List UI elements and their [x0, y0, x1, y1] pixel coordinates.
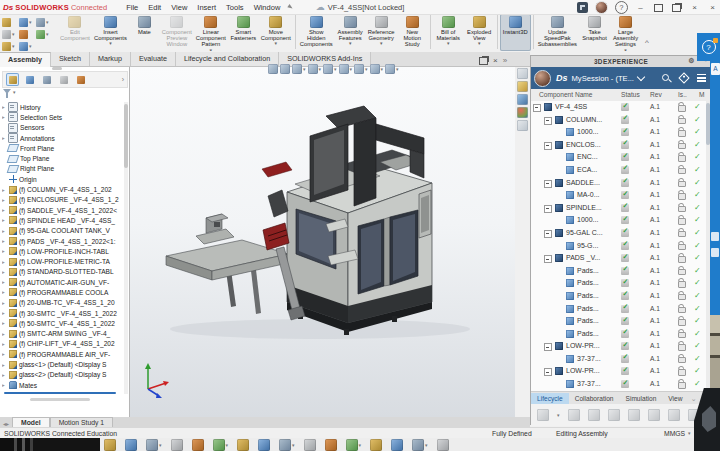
ribbon-exploded-view-button[interactable]: Exploded View▾ [464, 14, 495, 51]
component-row-pads[interactable]: Pads...A.1✓ [531, 265, 707, 278]
pattern-button[interactable] [325, 439, 337, 451]
move-component-button[interactable]: ▾ [279, 439, 295, 451]
panel-header[interactable]: 3DEXPERIENCE ⚙ [531, 56, 711, 67]
tree-item-front-plane[interactable]: Front Plane [2, 143, 122, 153]
settings-gear-icon[interactable]: ⚙ [688, 57, 695, 65]
window-button[interactable]: ▾ [2, 42, 19, 51]
zoom-fit-button[interactable] [268, 64, 278, 74]
solidworks-resources-icon[interactable] [517, 120, 528, 131]
close-secondary-icon[interactable]: × [707, 2, 718, 13]
ribbon-insert-components-button[interactable]: Insert Components▾ [92, 14, 129, 51]
tabs-overflow-icon[interactable]: › [122, 76, 124, 83]
feature-tree-scrollbar[interactable] [124, 102, 128, 394]
tab-evaluate[interactable]: Evaluate [131, 52, 176, 66]
assembly-features-button[interactable] [304, 439, 316, 451]
search-icon[interactable] [662, 74, 671, 83]
status-light-button[interactable] [19, 30, 36, 39]
tree-item-glass-1-default-display-[interactable]: ▸glass<1> (Default) <Display S [2, 359, 122, 369]
close-icon[interactable]: × [689, 2, 700, 13]
tree-item-annotations[interactable]: ▸Annotations [2, 133, 122, 143]
ribbon-bill-of-materials-button[interactable]: Bill of Materials▾ [433, 14, 464, 51]
display-grid-button[interactable] [437, 439, 449, 451]
view-orientation-button[interactable]: ▾ [323, 64, 337, 74]
menu-file[interactable]: File [121, 3, 143, 12]
tree-item-f-saddle-vf-4-4ss-1-2022[interactable]: ▸(f) SADDLE_VF-4_4SS_1_2022< [2, 205, 122, 215]
tree-item-sensors[interactable]: Sensors [2, 123, 122, 133]
tree-item-origin[interactable]: Origin [2, 174, 122, 184]
component-row-enclos[interactable]: ENCLOS...A.1✓ [531, 139, 707, 152]
tag-icon[interactable] [678, 72, 689, 83]
explore-icon[interactable] [588, 409, 600, 421]
custom-properties-icon[interactable] [517, 107, 528, 118]
tree-item-f-automatic-air-gun-vf[interactable]: ▸(f) AUTOMATIC-AIR-GUN_VF- [2, 277, 122, 287]
component-row-ma-0[interactable]: MA-0...A.1✓ [531, 189, 707, 202]
ribbon-update-speedpak-subassemblies-button[interactable]: Update SpeedPak Subassemblies [536, 14, 579, 51]
menu-view[interactable]: View [166, 3, 192, 12]
file-explorer-icon[interactable] [517, 68, 528, 79]
ribbon-collapse-icon[interactable]: ^ [645, 38, 649, 47]
component-row-pads[interactable]: Pads...A.1✓ [531, 303, 707, 316]
assistant-badge[interactable]: A [711, 63, 720, 75]
collapse-expander-icon[interactable] [544, 205, 552, 213]
column-header-is[interactable]: Is.. [678, 91, 687, 98]
panel-tab-view[interactable]: View [662, 393, 688, 404]
component-row-pads[interactable]: Pads...A.1✓ [531, 290, 707, 303]
component-row-95-gal-c[interactable]: 95-GAL C...A.1✓ [531, 227, 707, 240]
menu-insert[interactable]: Insert [192, 3, 221, 12]
menu-icon[interactable] [697, 74, 706, 82]
copy-button[interactable] [125, 439, 137, 451]
units-caret-icon[interactable]: ▾ [688, 430, 691, 436]
undo-button[interactable]: ▾ [36, 18, 53, 27]
tree-item-mates[interactable]: ▸Mates [2, 380, 122, 390]
component-row-eca[interactable]: ECA...A.1✓ [531, 164, 707, 177]
appearance-button[interactable] [391, 439, 403, 451]
configuration-manager-tab[interactable] [58, 74, 69, 85]
collapse-expander-icon[interactable] [533, 104, 541, 112]
lifecycle-new-icon[interactable] [537, 409, 549, 421]
task-list-icon[interactable] [628, 409, 640, 421]
section-view-button[interactable]: ▾ [308, 64, 322, 74]
ribbon-assembly-features-button[interactable]: Assembly Features▾ [335, 14, 366, 51]
tree-item-f-programmable-coola[interactable]: ▸(f) PROGRAMMABLE COOLA [2, 287, 122, 297]
component-row-saddle[interactable]: SADDLE...A.1✓ [531, 177, 707, 190]
component-row-37-37[interactable]: 37-37...A.1✓ [531, 378, 707, 391]
previous-view-button[interactable]: ▾ [292, 64, 306, 74]
cnc-machine-model[interactable] [130, 66, 515, 417]
panel-tab-collaboration[interactable]: Collaboration [569, 393, 620, 404]
menu-tools[interactable]: Tools [221, 3, 249, 12]
ribbon-smart-fasteners-button[interactable]: Smart Fasteners [228, 14, 259, 51]
status-units[interactable]: MMGS [664, 430, 685, 437]
tab-assembly[interactable]: Assembly [0, 52, 51, 67]
column-header-status[interactable]: Status [621, 91, 640, 98]
design-library-icon[interactable] [517, 81, 528, 92]
component-row-low-pr[interactable]: LOW-PR...A.1✓ [531, 340, 707, 353]
component-row-1000[interactable]: 1000...A.1✓ [531, 214, 707, 227]
appearances-icon[interactable] [517, 94, 528, 105]
component-row-pads-v[interactable]: PADS _V...A.1✓ [531, 252, 707, 265]
rollback-bar[interactable] [4, 392, 116, 394]
tree-item-f-programmable-air-vf[interactable]: ▸(f) PROGRAMMABLE AIR_VF- [2, 349, 122, 359]
edit-appearance-button[interactable]: ▾ [370, 64, 384, 74]
user-avatar[interactable] [534, 70, 551, 87]
collapse-expander-icon[interactable] [544, 343, 552, 351]
tree-item-f-low-profile-inch-tabl[interactable]: ▸(f) LOW-PROFILE-INCH-TABL [2, 246, 122, 256]
tree-item-top-plane[interactable]: Top Plane [2, 153, 122, 163]
panel-splitter-handle[interactable] [30, 398, 90, 401]
doc-tab-model[interactable]: Model [12, 417, 50, 427]
collapse-expander-icon[interactable] [544, 142, 552, 150]
component-row-spindle[interactable]: SPINDLE...A.1✓ [531, 202, 707, 215]
component-row-vf-4-4ss[interactable]: VF-4_4SSA.1✓ [531, 101, 707, 114]
column-header-component-name[interactable]: Component Name [539, 91, 593, 98]
ribbon-mate-button[interactable]: Mate [129, 14, 160, 51]
session-selector[interactable]: MySession - (TE... [572, 74, 634, 83]
collapse-expander-icon[interactable] [544, 368, 552, 376]
tab-markup[interactable]: Markup [90, 52, 131, 66]
column-header-m[interactable]: M [699, 91, 705, 98]
strip-tool-icon[interactable] [711, 248, 719, 257]
ribbon-take-snapshot-button[interactable]: Take Snapshot [579, 14, 610, 51]
dimxpert-manager-tab[interactable] [75, 74, 86, 85]
avatar[interactable] [595, 1, 608, 14]
tree-item-f-30-smtc-vf-4-4ss-1-202[interactable]: ▸(f) 30-SMTC _VF-4_4SS_1_2022 [2, 308, 122, 318]
paste-button[interactable]: ▾ [146, 439, 162, 451]
component-row-pads[interactable]: Pads...A.1✓ [531, 277, 707, 290]
